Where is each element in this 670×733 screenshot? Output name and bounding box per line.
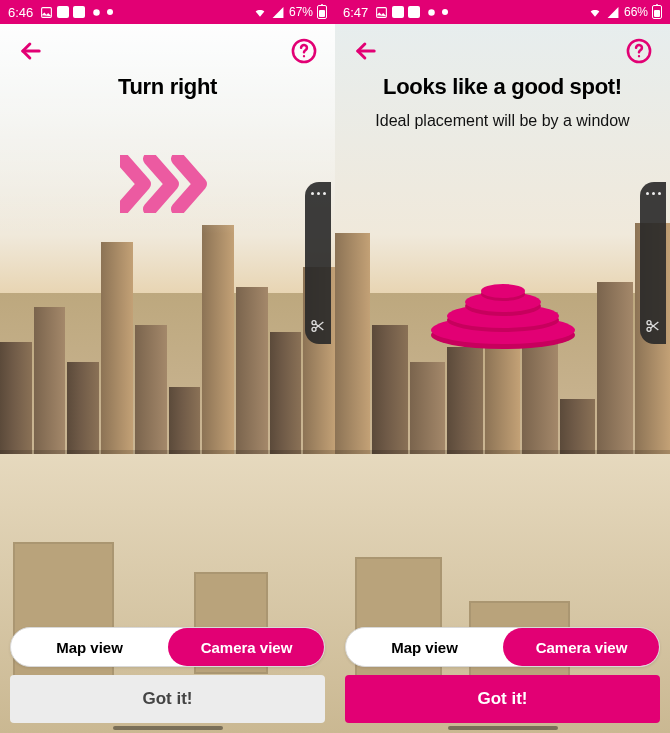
svg-point-3 [303, 55, 305, 57]
svg-point-7 [428, 9, 435, 16]
top-nav [0, 28, 335, 74]
app-w-icon [392, 6, 404, 18]
app-m-icon [408, 6, 420, 18]
reddit-icon [89, 5, 103, 19]
instruction-heading: Turn right [0, 74, 335, 100]
svg-point-9 [638, 55, 640, 57]
camera-view-toggle[interactable]: Camera view [503, 628, 660, 666]
wifi-icon [588, 5, 602, 19]
help-circle-icon [625, 37, 653, 65]
bottom-controls: Map view Camera view Got it! [0, 627, 335, 733]
map-view-toggle[interactable]: Map view [346, 628, 503, 666]
reddit-icon [424, 5, 438, 19]
view-toggle: Map view Camera view [10, 627, 325, 667]
status-battery-pct: 66% [624, 5, 648, 19]
screen-good-spot: 6:47 66% Looks like a good spot! Ideal p… [335, 0, 670, 733]
wifi-icon [253, 5, 267, 19]
status-time: 6:47 [343, 5, 368, 20]
chevrons-right-icon [120, 155, 216, 213]
signal-icon [606, 5, 620, 19]
arrow-left-icon [352, 37, 380, 65]
help-circle-icon [290, 37, 318, 65]
scissors-icon [310, 318, 326, 334]
instruction-subtitle: Ideal placement will be by a window [335, 110, 670, 132]
svg-point-17 [481, 284, 525, 298]
bottom-controls: Map view Camera view Got it! [335, 627, 670, 733]
scissors-icon [645, 318, 661, 334]
svg-point-18 [647, 321, 651, 325]
status-battery-pct: 67% [289, 5, 313, 19]
got-it-button[interactable]: Got it! [345, 675, 660, 723]
image-icon [374, 5, 388, 19]
status-notification-icons [374, 5, 448, 19]
signal-icon [271, 5, 285, 19]
more-icon [646, 192, 661, 195]
gesture-nav-bar[interactable] [448, 726, 558, 730]
help-button[interactable] [287, 34, 321, 68]
gesture-nav-bar[interactable] [113, 726, 223, 730]
android-status-bar: 6:47 66% [335, 0, 670, 24]
edge-panel-handle[interactable] [640, 182, 666, 344]
dot-icon [107, 9, 113, 15]
back-button[interactable] [349, 34, 383, 68]
back-button[interactable] [14, 34, 48, 68]
image-icon [39, 5, 53, 19]
instruction-title: Turn right [0, 74, 335, 100]
help-button[interactable] [622, 34, 656, 68]
instruction-title: Looks like a good spot! [335, 74, 670, 100]
android-status-bar: 6:46 67% [0, 0, 335, 24]
turn-right-indicator [0, 155, 335, 217]
dot-icon [442, 9, 448, 15]
camera-view-toggle[interactable]: Camera view [168, 628, 325, 666]
ar-signal-marker [418, 280, 588, 354]
svg-point-5 [312, 327, 316, 331]
screen-turn-right: 6:46 67% Turn right [0, 0, 335, 733]
signal-disc-icon [418, 280, 588, 350]
arrow-left-icon [17, 37, 45, 65]
battery-icon [652, 5, 662, 19]
svg-point-4 [312, 321, 316, 325]
battery-icon [317, 5, 327, 19]
view-toggle: Map view Camera view [345, 627, 660, 667]
got-it-button[interactable]: Got it! [10, 675, 325, 723]
map-view-toggle[interactable]: Map view [11, 628, 168, 666]
status-time: 6:46 [8, 5, 33, 20]
app-m-icon [73, 6, 85, 18]
top-nav [335, 28, 670, 74]
app-w-icon [57, 6, 69, 18]
status-notification-icons [39, 5, 113, 19]
svg-point-1 [93, 9, 100, 16]
instruction-heading: Looks like a good spot! Ideal placement … [335, 74, 670, 132]
svg-point-19 [647, 327, 651, 331]
